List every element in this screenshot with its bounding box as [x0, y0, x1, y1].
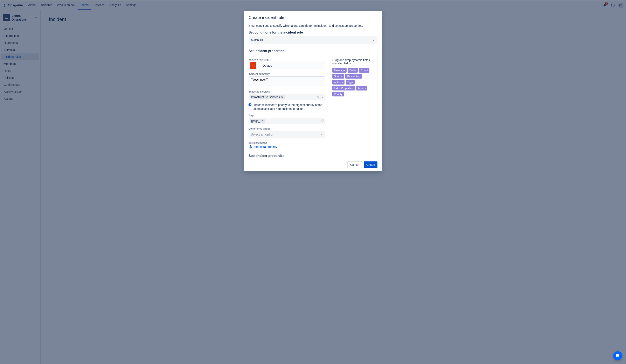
- extra-label: Extra properties: [249, 141, 325, 144]
- chat-launcher[interactable]: [613, 351, 622, 360]
- increase-priority-label: Increase incident's priority to the high…: [253, 103, 325, 111]
- conference-label: Conference bridge: [249, 127, 325, 130]
- stakeholder-header: Stakeholder properties: [249, 154, 325, 158]
- cancel-button[interactable]: Cancel: [347, 162, 362, 168]
- match-select[interactable]: Match All: [249, 36, 377, 44]
- tags-select[interactable]: {{tags}} ✕: [249, 118, 325, 124]
- priority-badge: P1: [250, 62, 256, 69]
- increase-priority-checkbox[interactable]: [249, 103, 251, 106]
- chip-actions[interactable]: Actions: [332, 80, 345, 85]
- chat-icon: [616, 354, 620, 358]
- match-value: Match All: [251, 38, 263, 42]
- modal-subtitle: Enter conditions to specify which alerts…: [249, 24, 377, 27]
- chip-description[interactable]: Description: [345, 74, 362, 79]
- chip-priority[interactable]: Priority: [332, 92, 344, 97]
- impacted-label: Impacted services: [249, 90, 325, 93]
- impacted-services-select[interactable]: Infrastructure Services ✕: [249, 94, 325, 100]
- conference-select[interactable]: Select an option: [249, 131, 325, 138]
- create-button[interactable]: Create: [364, 162, 377, 168]
- plus-icon: [249, 145, 252, 149]
- chevron-down-icon: [257, 64, 260, 67]
- summary-textarea[interactable]: [249, 76, 325, 86]
- chip-extra-properties[interactable]: Extra Properties: [332, 86, 355, 91]
- chip-count[interactable]: Count: [359, 68, 369, 73]
- chip-entity[interactable]: Entity: [348, 68, 358, 73]
- chip-tags[interactable]: Tags: [346, 80, 354, 85]
- remove-tag-icon[interactable]: ✕: [281, 96, 283, 99]
- dynamic-fields-help: Drag and drop dynamic fields into alert …: [332, 58, 374, 65]
- summary-label: Incident summary: [249, 73, 325, 75]
- chip-teams[interactable]: Teams: [356, 86, 367, 91]
- check-icon: [249, 104, 251, 106]
- properties-header: Set incident properties: [249, 49, 377, 53]
- tags-tag: {{tags}} ✕: [250, 119, 265, 123]
- message-input[interactable]: [261, 62, 325, 69]
- remove-tag-icon[interactable]: ✕: [262, 119, 264, 122]
- clear-icon[interactable]: [321, 119, 324, 123]
- modal-title: Create incident rule: [244, 11, 382, 21]
- conditions-header: Set conditions for the incident rule: [249, 31, 377, 34]
- tags-label: Tags: [249, 114, 325, 117]
- chevron-down-icon: [372, 39, 375, 41]
- priority-selector[interactable]: P1: [249, 62, 261, 69]
- chevron-down-icon: [321, 96, 324, 99]
- clear-icon[interactable]: [317, 95, 320, 99]
- add-extra-property-button[interactable]: Add extra property: [249, 145, 325, 149]
- chip-source[interactable]: Source: [332, 74, 344, 79]
- impacted-tag: Infrastructure Services ✕: [250, 95, 285, 99]
- chip-message[interactable]: Message: [332, 68, 347, 73]
- create-incident-rule-modal: Create incident rule Enter conditions to…: [244, 11, 382, 171]
- chevron-down-icon: [320, 133, 323, 136]
- message-label: Incident message *: [249, 58, 325, 61]
- dynamic-fields-panel: Drag and drop dynamic fields into alert …: [329, 55, 377, 100]
